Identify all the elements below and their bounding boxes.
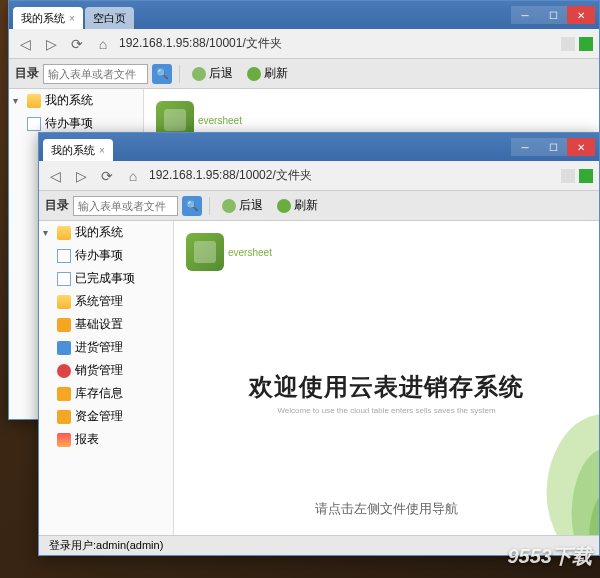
tree-label: 我的系统 (45, 92, 93, 109)
main-content: eversheet 欢迎使用云表进销存系统 Welcome to use the… (174, 221, 599, 555)
back-icon (222, 199, 236, 213)
refresh-label: 刷新 (294, 197, 318, 214)
tabs-area: 我的系统 × (43, 133, 511, 161)
home-icon[interactable]: ⌂ (93, 34, 113, 54)
address-bar: ◁ ▷ ⟳ ⌂ 192.168.1.95:88/10002/文件夹 (39, 161, 599, 191)
back-icon (192, 67, 206, 81)
search-button[interactable]: 🔍 (152, 64, 172, 84)
watermark: 9553下载 (508, 543, 593, 570)
search-button[interactable]: 🔍 (182, 196, 202, 216)
refresh-button[interactable]: 刷新 (272, 195, 323, 216)
search-input[interactable] (43, 64, 148, 84)
catalog-label: 目录 (45, 197, 69, 214)
page-icon (57, 272, 71, 286)
tree-item-finance[interactable]: 资金管理 (39, 405, 173, 428)
settings-icon (57, 318, 71, 332)
welcome-area: 欢迎使用云表进销存系统 Welcome to use the cloud tab… (174, 371, 599, 518)
tree-item-todo[interactable]: 待办事项 (39, 244, 173, 267)
titlebar: 我的系统 × 空白页 ─ ☐ ✕ (9, 1, 599, 29)
catalog-label: 目录 (15, 65, 39, 82)
refresh-button[interactable]: 刷新 (242, 63, 293, 84)
refresh-label: 刷新 (264, 65, 288, 82)
favorite-icon[interactable] (561, 169, 575, 183)
url-text[interactable]: 192.168.1.95:88/10002/文件夹 (149, 167, 555, 184)
maximize-button[interactable]: ☐ (539, 138, 567, 156)
sidebar: ▾ 我的系统 待办事项 已完成事项 系统管理 基础设置 (39, 221, 174, 555)
back-icon[interactable]: ◁ (45, 166, 65, 186)
close-icon[interactable]: × (69, 13, 75, 24)
logo-text: eversheet (198, 115, 242, 126)
finance-icon (57, 410, 71, 424)
favorite-icon[interactable] (561, 37, 575, 51)
back-label: 后退 (239, 197, 263, 214)
close-button[interactable]: ✕ (567, 6, 595, 24)
logo-text: eversheet (228, 247, 272, 258)
close-button[interactable]: ✕ (567, 138, 595, 156)
tree-item-report[interactable]: 报表 (39, 428, 173, 451)
address-bar: ◁ ▷ ⟳ ⌂ 192.168.1.95:88/10001/文件夹 (9, 29, 599, 59)
forward-icon[interactable]: ▷ (41, 34, 61, 54)
chart-icon (57, 433, 71, 447)
reload-icon[interactable]: ⟳ (97, 166, 117, 186)
tree-label: 系统管理 (75, 293, 123, 310)
tree-item-inventory[interactable]: 库存信息 (39, 382, 173, 405)
tree-item-purchase[interactable]: 进货管理 (39, 336, 173, 359)
welcome-subtitle: Welcome to use the cloud table enters se… (174, 406, 599, 415)
tree-label: 基础设置 (75, 316, 123, 333)
app-toolbar: 目录 🔍 后退 刷新 (39, 191, 599, 221)
maximize-button[interactable]: ☐ (539, 6, 567, 24)
purchase-icon (57, 341, 71, 355)
separator (179, 65, 180, 83)
collapse-icon[interactable]: ▾ (43, 227, 53, 238)
window-controls: ─ ☐ ✕ (511, 6, 595, 24)
tabs-area: 我的系统 × 空白页 (13, 1, 511, 29)
minimize-button[interactable]: ─ (511, 138, 539, 156)
separator (209, 197, 210, 215)
body-area: ▾ 我的系统 待办事项 已完成事项 系统管理 基础设置 (39, 221, 599, 555)
forward-icon[interactable]: ▷ (71, 166, 91, 186)
back-button[interactable]: 后退 (187, 63, 238, 84)
inventory-icon (57, 387, 71, 401)
refresh-icon (247, 67, 261, 81)
extension-icon[interactable] (579, 169, 593, 183)
welcome-hint: 请点击左侧文件使用导航 (174, 500, 599, 518)
tab-blank[interactable]: 空白页 (85, 7, 134, 29)
search-input[interactable] (73, 196, 178, 216)
page-icon (57, 249, 71, 263)
tree-item-done[interactable]: 已完成事项 (39, 267, 173, 290)
tree-item-sales[interactable]: 销货管理 (39, 359, 173, 382)
close-icon[interactable]: × (99, 145, 105, 156)
window-controls: ─ ☐ ✕ (511, 138, 595, 156)
tree-label: 进货管理 (75, 339, 123, 356)
sales-icon (57, 364, 71, 378)
page-icon (27, 117, 41, 131)
browser-window-2: 我的系统 × ─ ☐ ✕ ◁ ▷ ⟳ ⌂ 192.168.1.95:88/100… (38, 132, 600, 556)
tree-item-system[interactable]: 系统管理 (39, 290, 173, 313)
folder-icon (57, 295, 71, 309)
back-icon[interactable]: ◁ (15, 34, 35, 54)
tree-root[interactable]: ▾ 我的系统 (39, 221, 173, 244)
logo: eversheet (186, 233, 587, 271)
tree-label: 我的系统 (75, 224, 123, 241)
titlebar: 我的系统 × ─ ☐ ✕ (39, 133, 599, 161)
collapse-icon[interactable]: ▾ (13, 95, 23, 106)
home-icon[interactable]: ⌂ (123, 166, 143, 186)
minimize-button[interactable]: ─ (511, 6, 539, 24)
back-button[interactable]: 后退 (217, 195, 268, 216)
folder-icon (57, 226, 71, 240)
logo-icon (186, 233, 224, 271)
tab-my-system[interactable]: 我的系统 × (13, 7, 83, 29)
tree-item-basic[interactable]: 基础设置 (39, 313, 173, 336)
folder-icon (27, 94, 41, 108)
welcome-title: 欢迎使用云表进销存系统 (174, 371, 599, 403)
tree-label: 待办事项 (75, 247, 123, 264)
tree-root[interactable]: ▾ 我的系统 (9, 89, 143, 112)
tab-label: 我的系统 (51, 143, 95, 158)
tab-label: 我的系统 (21, 11, 65, 26)
extension-icon[interactable] (579, 37, 593, 51)
reload-icon[interactable]: ⟳ (67, 34, 87, 54)
tree-label: 已完成事项 (75, 270, 135, 287)
tab-my-system[interactable]: 我的系统 × (43, 139, 113, 161)
url-text[interactable]: 192.168.1.95:88/10001/文件夹 (119, 35, 555, 52)
tree-label: 销货管理 (75, 362, 123, 379)
